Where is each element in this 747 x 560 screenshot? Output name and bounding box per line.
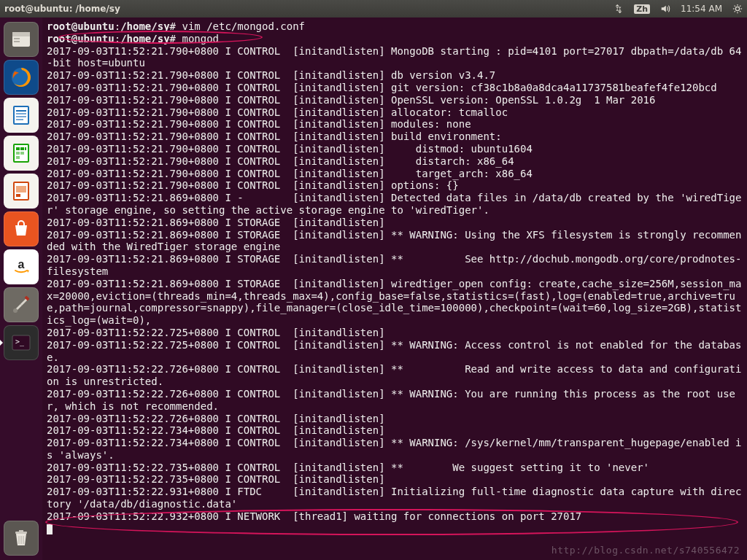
svg-rect-24 xyxy=(20,152,24,155)
desktop: a >_ root@ubuntu:/home/sy# vim /etc/mong… xyxy=(0,18,747,560)
log-line: 2017-09-03T11:52:21.790+0800 I CONTROL [… xyxy=(47,82,743,94)
writer-icon[interactable] xyxy=(4,98,39,133)
amazon-icon[interactable]: a xyxy=(4,249,39,284)
log-line: 2017-09-03T11:52:21.869+0800 I - [initan… xyxy=(47,192,743,217)
log-line: 2017-09-03T11:52:21.790+0800 I CONTROL [… xyxy=(47,118,743,131)
gear-icon xyxy=(732,4,743,14)
svg-rect-15 xyxy=(16,110,26,112)
svg-rect-16 xyxy=(16,113,26,114)
svg-rect-18 xyxy=(16,119,23,120)
svg-line-6 xyxy=(740,11,740,12)
log-line: 2017-09-03T11:52:21.790+0800 I CONTROL [… xyxy=(47,143,743,155)
log-line: 2017-09-03T11:52:21.790+0800 I CONTROL [… xyxy=(47,45,743,70)
log-line: 2017-09-03T11:52:21.790+0800 I CONTROL [… xyxy=(47,155,743,168)
svg-point-0 xyxy=(735,7,739,10)
svg-rect-34 xyxy=(15,532,27,534)
log-line: 2017-09-03T11:52:21.869+0800 I STORAGE [… xyxy=(47,217,743,229)
svg-rect-12 xyxy=(14,41,20,42)
log-line: 2017-09-03T11:52:22.734+0800 I CONTROL [… xyxy=(47,437,743,462)
svg-line-8 xyxy=(740,6,740,7)
svg-rect-22 xyxy=(25,147,26,150)
log-line: 2017-09-03T11:52:21.790+0800 I CONTROL [… xyxy=(47,168,743,180)
svg-rect-25 xyxy=(16,156,20,159)
log-line: 2017-09-03T11:52:22.725+0800 I CONTROL [… xyxy=(47,327,743,339)
svg-rect-20 xyxy=(16,147,20,150)
log-line: 2017-09-03T11:52:21.869+0800 I STORAGE [… xyxy=(47,229,743,254)
svg-rect-21 xyxy=(20,147,24,150)
files-icon[interactable] xyxy=(4,22,39,57)
settings-icon[interactable] xyxy=(4,287,39,322)
log-line: 2017-09-03T11:52:22.726+0800 I CONTROL [… xyxy=(47,363,743,388)
svg-rect-35 xyxy=(19,530,23,532)
log-line: 2017-09-03T11:52:21.869+0800 I STORAGE [… xyxy=(47,253,743,278)
log-line: 2017-09-03T11:52:22.932+0800 I NETWORK [… xyxy=(47,510,743,523)
sound-icon xyxy=(660,4,670,14)
log-line: 2017-09-03T11:52:22.931+0800 I FTDC [ini… xyxy=(47,486,743,510)
network-icon xyxy=(614,4,624,14)
svg-point-31 xyxy=(13,308,18,313)
log-line: 2017-09-03T11:52:22.725+0800 I CONTROL [… xyxy=(47,339,743,364)
ime-label: Zh xyxy=(634,4,650,14)
trash-icon[interactable] xyxy=(4,521,39,556)
unity-launcher: a >_ xyxy=(0,18,42,560)
svg-rect-10 xyxy=(12,32,30,36)
terminal-icon[interactable]: >_ xyxy=(4,325,39,360)
log-line: 2017-09-03T11:52:21.790+0800 I CONTROL [… xyxy=(47,94,743,106)
software-center-icon[interactable] xyxy=(4,211,39,246)
network-indicator[interactable] xyxy=(614,4,624,14)
log-line: 2017-09-03T11:52:22.735+0800 I CONTROL [… xyxy=(47,462,743,474)
log-line: 2017-09-03T11:52:21.790+0800 I CONTROL [… xyxy=(47,131,743,143)
log-line: 2017-09-03T11:52:22.734+0800 I CONTROL [… xyxy=(47,424,743,437)
svg-rect-11 xyxy=(14,38,20,39)
command-1: vim /etc/mongod.conf xyxy=(182,20,305,32)
svg-text:>_: >_ xyxy=(15,338,25,346)
terminal-cursor xyxy=(47,524,53,534)
svg-rect-14 xyxy=(14,106,28,124)
ime-indicator[interactable]: Zh xyxy=(634,4,650,14)
firefox-icon[interactable] xyxy=(4,60,39,95)
svg-line-5 xyxy=(735,6,735,7)
svg-rect-23 xyxy=(16,152,20,155)
window-title: root@ubuntu: /home/sy xyxy=(4,4,120,14)
log-line: 2017-09-03T11:52:21.869+0800 I STORAGE [… xyxy=(47,278,743,327)
svg-line-7 xyxy=(735,11,735,12)
impress-icon[interactable] xyxy=(4,174,39,209)
svg-text:a: a xyxy=(18,258,25,271)
command-2: mongod xyxy=(182,33,219,44)
log-line: 2017-09-03T11:52:22.735+0800 I CONTROL [… xyxy=(47,473,743,486)
svg-rect-17 xyxy=(16,116,26,117)
log-line: 2017-09-03T11:52:21.790+0800 I CONTROL [… xyxy=(47,106,743,119)
prompt-user: root@ubuntu xyxy=(47,20,115,32)
terminal-output: 2017-09-03T11:52:21.790+0800 I CONTROL [… xyxy=(47,45,743,523)
log-line: 2017-09-03T11:52:22.726+0800 I CONTROL [… xyxy=(47,413,743,425)
log-line: 2017-09-03T11:52:22.726+0800 I CONTROL [… xyxy=(47,388,743,413)
top-menu-bar: root@ubuntu: /home/sy Zh 11:54 AM xyxy=(0,0,747,18)
prompt-path: /home/sy xyxy=(120,20,169,32)
log-line: 2017-09-03T11:52:21.790+0800 I CONTROL [… xyxy=(47,69,743,82)
svg-rect-27 xyxy=(16,186,26,192)
svg-rect-28 xyxy=(16,194,20,197)
calc-icon[interactable] xyxy=(4,136,39,171)
terminal-window[interactable]: root@ubuntu:/home/sy# vim /etc/mongod.co… xyxy=(42,18,747,560)
clock[interactable]: 11:54 AM xyxy=(681,4,722,14)
watermark: http://blog.csdn.net/s740556472 xyxy=(551,545,740,556)
log-line: 2017-09-03T11:52:21.790+0800 I CONTROL [… xyxy=(47,179,743,192)
sound-indicator[interactable] xyxy=(660,4,670,14)
system-menu[interactable] xyxy=(732,4,743,14)
